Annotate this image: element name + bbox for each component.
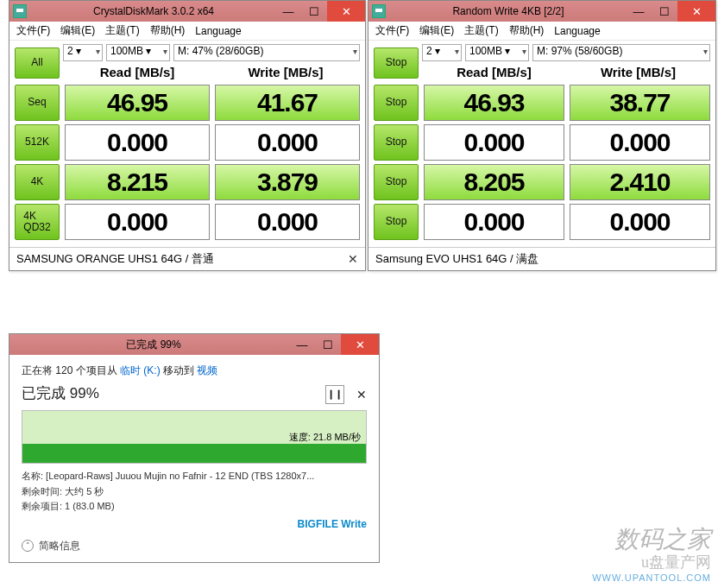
titlebar-right[interactable]: Random Write 4KB [2/2] — ☐ ✕ [368, 1, 715, 22]
header-write: Write [MB/s] [211, 63, 360, 81]
read-value: 8.215 [65, 164, 210, 200]
read-value: 0.000 [65, 204, 210, 240]
menu-item[interactable]: 编辑(E) [419, 23, 454, 38]
statusbar: Samsung EVO UHS1 64G / 满盘 [368, 247, 715, 270]
test-button[interactable]: Stop [374, 204, 419, 240]
runs-select[interactable]: 2 ▾ [63, 44, 103, 61]
rate-label: 速度: 21.8 MB/秒 [289, 431, 361, 444]
write-value: 3.879 [215, 164, 360, 200]
maximize-button[interactable]: ☐ [315, 334, 341, 355]
menu-item[interactable]: 主题(T) [464, 23, 498, 38]
size-select[interactable]: 100MB ▾ [465, 44, 529, 61]
menu-item[interactable]: Language [554, 25, 600, 37]
size-select[interactable]: 100MB ▾ [106, 44, 170, 61]
read-value: 8.205 [424, 164, 564, 200]
test-button[interactable]: 512K [15, 124, 60, 161]
bigfile-label: BIGFILE Write [22, 518, 367, 530]
test-button[interactable]: Seq [15, 85, 60, 121]
header-read: Read [MB/s] [422, 63, 566, 81]
write-value: 2.410 [570, 164, 710, 200]
menu-item[interactable]: 文件(F) [16, 23, 50, 38]
dest-link[interactable]: 视频 [197, 364, 217, 376]
runs-select[interactable]: 2 ▾ [422, 44, 462, 61]
test-button[interactable]: Stop [374, 164, 419, 200]
app-icon [13, 4, 27, 18]
copy-headline: 已完成 99% [22, 383, 320, 403]
read-value: 46.93 [424, 85, 564, 121]
pause-button[interactable]: ❙❙ [325, 385, 344, 404]
header-read: Read [MB/s] [63, 63, 211, 81]
write-value: 0.000 [570, 124, 710, 161]
cancel-button[interactable]: ✕ [356, 388, 367, 401]
menu-item[interactable]: 帮助(H) [509, 23, 545, 38]
close-button[interactable]: ✕ [677, 1, 715, 22]
copy-progress-window: 已完成 99% — ☐ ✕ 正在将 120 个项目从 临时 (K:) 移动到 视… [9, 333, 380, 563]
read-value: 0.000 [65, 124, 210, 161]
toolbar: All 2 ▾ 100MB ▾ M: 47% (28/60GB) Read [M… [9, 41, 365, 85]
read-value: 0.000 [424, 124, 564, 161]
meta-time: 剩余时间: 大约 5 秒 [22, 484, 367, 500]
close-button[interactable]: ✕ [341, 334, 379, 355]
menu-item[interactable]: 文件(F) [375, 23, 409, 38]
minimize-button[interactable]: — [275, 1, 301, 22]
test-button[interactable]: 4KQD32 [15, 204, 60, 240]
statusbar: SAMSUNG ORANGE UHS1 64G / 普通 ✕ [9, 247, 365, 270]
crystalmark-window-right: Random Write 4KB [2/2] — ☐ ✕ 文件(F)编辑(E)主… [368, 0, 716, 271]
chevron-up-icon: ˄ [22, 540, 34, 552]
read-value: 0.000 [424, 204, 564, 240]
write-value: 41.67 [215, 85, 360, 121]
menu-item[interactable]: 帮助(H) [150, 23, 186, 38]
write-value: 0.000 [215, 204, 360, 240]
test-button[interactable]: Stop [374, 85, 419, 121]
watermark: 数码之家 u盘量产网 WWW.UPANTOOL.COM [592, 528, 711, 583]
menubar[interactable]: 文件(F)编辑(E)主题(T)帮助(H)Language [9, 22, 365, 41]
titlebar-copy[interactable]: 已完成 99% — ☐ ✕ [9, 334, 379, 355]
close-button[interactable]: ✕ [327, 1, 365, 22]
clear-status-icon[interactable]: ✕ [348, 252, 358, 266]
benchmark-rows: Stop46.9338.77Stop0.0000.000Stop8.2052.4… [368, 85, 715, 247]
benchmark-rows: Seq46.9541.67512K0.0000.0004K8.2153.8794… [9, 85, 365, 247]
maximize-button[interactable]: ☐ [301, 1, 327, 22]
status-text: SAMSUNG ORANGE UHS1 64G / 普通 [16, 251, 214, 267]
maximize-button[interactable]: ☐ [652, 1, 677, 22]
test-button[interactable]: 4K [15, 164, 60, 200]
window-title: CrystalDiskMark 3.0.2 x64 [32, 5, 275, 17]
stop-button[interactable]: Stop [374, 47, 419, 79]
source-link[interactable]: 临时 (K:) [120, 364, 161, 376]
menu-item[interactable]: 编辑(E) [60, 23, 95, 38]
drive-select[interactable]: M: 97% (58/60GB) [532, 44, 710, 61]
copy-title: 已完成 99% [18, 338, 289, 352]
toolbar: Stop 2 ▾ 100MB ▾ M: 97% (58/60GB) Read [… [368, 41, 715, 85]
read-value: 46.95 [65, 85, 210, 121]
menu-item[interactable]: Language [195, 25, 241, 37]
status-text: Samsung EVO UHS1 64G / 满盘 [375, 251, 538, 267]
drive-select[interactable]: M: 47% (28/60GB) [173, 44, 360, 61]
meta-name: 名称: [Leopard-Raws] Juuou Mujin no Fafnir… [22, 469, 367, 484]
write-value: 0.000 [570, 204, 710, 240]
test-button[interactable]: Stop [374, 124, 419, 161]
write-value: 38.77 [570, 85, 710, 121]
window-title: Random Write 4KB [2/2] [391, 5, 626, 17]
copy-summary: 正在将 120 个项目从 临时 (K:) 移动到 视频 [22, 364, 367, 378]
write-value: 0.000 [215, 124, 360, 161]
header-write: Write [MB/s] [566, 63, 710, 81]
crystalmark-window-left: CrystalDiskMark 3.0.2 x64 — ☐ ✕ 文件(F)编辑(… [9, 0, 366, 271]
menu-item[interactable]: 主题(T) [105, 23, 139, 38]
app-icon [372, 4, 386, 18]
menubar[interactable]: 文件(F)编辑(E)主题(T)帮助(H)Language [368, 22, 715, 41]
titlebar-left[interactable]: CrystalDiskMark 3.0.2 x64 — ☐ ✕ [9, 1, 365, 22]
meta-items: 剩余项目: 1 (83.0 MB) [22, 499, 367, 515]
all-button[interactable]: All [15, 47, 60, 79]
minimize-button[interactable]: — [626, 1, 652, 22]
minimize-button[interactable]: — [289, 334, 315, 355]
fewer-details-toggle[interactable]: ˄ 简略信息 [22, 539, 367, 553]
transfer-rate-chart: 速度: 21.8 MB/秒 [22, 410, 367, 464]
